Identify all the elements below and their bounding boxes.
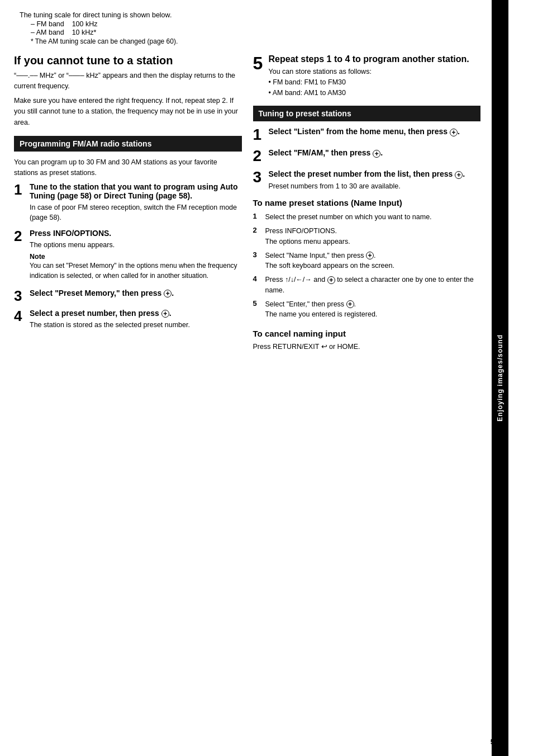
preset-step-2-content: Select "FM/AM," then press +. [269,148,481,159]
left-column: If you cannot tune to a station “–––.–– … [14,54,242,356]
name-sub-step-3-text: Select "Name Input," then press +.The so… [265,251,481,272]
name-input-heading: To name preset stations (Name Input) [253,198,481,207]
preset-step-3-body: Preset numbers from 1 to 30 are availabl… [269,181,481,192]
step-1-heading: Tune to the station that you want to pro… [30,182,242,200]
name-sub-step-4: 4 Press ↑/↓/←/→ and + to select a charac… [253,275,481,296]
top-intro-text: The tuning scale for direct tuning is sh… [20,11,480,19]
preset-step-3: 3 Select the preset number from the list… [253,169,481,191]
step-4-heading: Select a preset number, then press +. [30,309,242,318]
am-footnote: * The AM tuning scale can be changed (pa… [31,37,480,45]
fm-band-bullet: • FM band: FM1 to FM30 [269,78,346,86]
preset-step-1-heading: Select "Listen" from the home menu, then… [269,127,481,136]
cancel-naming-text: Press RETURN/EXIT ↩ or HOME. [253,342,481,352]
step-2-content: Press INFO/OPTIONS. The options menu app… [30,229,242,283]
page-number: 59US [491,736,506,746]
step-3-heading: Select "Preset Memory," then press +. [30,289,242,297]
am-band-bullet: • AM band: AM1 to AM30 [269,89,346,97]
name-sub-step-3-num: 3 [253,251,263,272]
cannot-tune-para1: “–––.–– MHz” or “–––– kHz” appears and t… [14,70,242,92]
name-sub-step-1-num: 1 [253,212,263,223]
sidebar-label: Enjoying images/sound [496,334,504,422]
name-sub-step-2-num: 2 [253,226,263,247]
step-2-number: 2 [14,229,26,243]
programming-step-4: 4 Select a preset number, then press +. … [14,309,242,330]
step-3-number: 3 [14,289,26,303]
top-intro-section: The tuning scale for direct tuning is sh… [14,11,480,45]
step-5-content: Repeat steps 1 to 4 to program another s… [269,54,481,98]
circle-plus-icon-3: + [450,129,458,136]
programming-step-3: 3 Select "Preset Memory," then press +. [14,289,242,303]
name-sub-step-5: 5 Select "Enter," then press +.The name … [253,299,481,320]
cannot-tune-para2: Make sure you have entered the right fre… [14,96,242,128]
step-5-body: You can store stations as follows: • FM … [269,67,481,98]
preset-step-1-content: Select "Listen" from the home menu, then… [269,127,481,138]
am-band-item: – AM band 10 kHz* [31,29,480,36]
name-sub-step-1: 1 Select the preset number on which you … [253,212,481,223]
circle-plus-icon: + [164,290,172,297]
repeat-step-5: 5 Repeat steps 1 to 4 to program another… [253,54,481,98]
circle-plus-icon-4: + [373,150,380,158]
circle-plus-icon-5: + [455,171,463,179]
step-5-heading: Repeat steps 1 to 4 to program another s… [269,54,481,64]
name-sub-step-5-num: 5 [253,299,263,320]
name-sub-step-1-text: Select the preset number on which you wa… [265,212,481,223]
circle-plus-icon-7: + [327,276,335,284]
step-4-body: The station is stored as the selected pr… [30,320,242,330]
cannot-tune-heading: If you cannot tune to a station [14,54,242,67]
note-label: Note [30,253,242,261]
name-sub-step-2-text: Press INFO/OPTIONS.The options menu appe… [265,226,481,247]
circle-plus-icon-6: + [366,252,374,259]
preset-step-3-content: Select the preset number from the list, … [269,169,481,191]
step-1-number: 1 [14,182,26,197]
step-1-content: Tune to the station that you want to pro… [30,182,242,224]
preset-step-2-heading: Select "FM/AM," then press +. [269,148,481,157]
step-5-number: 5 [253,54,265,72]
programming-section: Programming FM/AM radio stations You can… [14,136,242,330]
cancel-naming-section: To cancel naming input Press RETURN/EXIT… [253,329,481,352]
tuning-preset-heading: Tuning to preset stations [253,106,481,121]
programming-heading: Programming FM/AM radio stations [14,136,242,152]
right-column: 5 Repeat steps 1 to 4 to program another… [253,54,481,356]
programming-step-1: 1 Tune to the station that you want to p… [14,182,242,224]
step-2-note: Note You can set "Preset Memory" in the … [30,253,242,281]
preset-step-2-number: 2 [253,148,265,164]
preset-step-3-heading: Select the preset number from the list, … [269,169,481,178]
step-1-body: In case of poor FM stereo reception, swi… [30,202,242,224]
fm-band-item: – FM band 100 kHz [31,20,480,28]
sidebar: Enjoying images/sound [492,0,508,756]
step-2-heading: Press INFO/OPTIONS. [30,229,242,238]
name-input-section: To name preset stations (Name Input) 1 S… [253,198,481,320]
note-text: You can set "Preset Memory" in the optio… [30,261,242,281]
step-4-number: 4 [14,309,26,323]
tuning-preset-section: Tuning to preset stations 1 Select "List… [253,106,481,191]
preset-step-1-number: 1 [253,127,265,143]
step-4-content: Select a preset number, then press +. Th… [30,309,242,330]
circle-plus-icon-2: + [161,310,169,318]
preset-step-1: 1 Select "Listen" from the home menu, th… [253,127,481,143]
preset-step-2: 2 Select "FM/AM," then press +. [253,148,481,164]
programming-intro: You can program up to 30 FM and 30 AM st… [14,157,242,179]
circle-plus-icon-8: + [346,300,354,308]
name-sub-step-3: 3 Select "Name Input," then press +.The … [253,251,481,272]
name-sub-step-5-text: Select "Enter," then press +.The name yo… [265,299,481,320]
name-sub-step-4-num: 4 [253,275,263,296]
name-sub-step-2: 2 Press INFO/OPTIONS.The options menu ap… [253,226,481,247]
programming-step-2: 2 Press INFO/OPTIONS. The options menu a… [14,229,242,283]
step-3-content: Select "Preset Memory," then press +. [30,289,242,300]
preset-step-3-number: 3 [253,169,265,185]
name-sub-step-4-text: Press ↑/↓/←/→ and + to select a characte… [265,275,481,296]
step-2-body: The options menu appears. [30,240,242,251]
cannot-tune-section: If you cannot tune to a station “–––.–– … [14,54,242,128]
cancel-naming-heading: To cancel naming input [253,329,481,338]
